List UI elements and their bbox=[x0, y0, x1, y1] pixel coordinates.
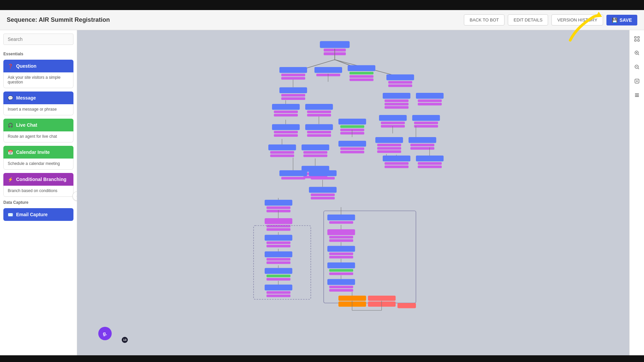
question-icon: ❓ bbox=[7, 63, 13, 69]
svg-rect-71 bbox=[377, 144, 401, 146]
svg-rect-1 bbox=[320, 41, 350, 48]
calendar-card[interactable]: 📅 Calendar Invite Schedule a calendar me… bbox=[3, 146, 73, 170]
svg-rect-107 bbox=[267, 275, 291, 277]
message-card[interactable]: 💬 Message Insert a message or phrase bbox=[3, 92, 73, 115]
list-view-icon[interactable] bbox=[632, 90, 642, 101]
svg-rect-119 bbox=[327, 229, 355, 235]
svg-rect-23 bbox=[386, 74, 414, 80]
header-buttons: BACK TO BOT EDIT DETAILS VERSION HISTORY… bbox=[464, 14, 637, 25]
svg-rect-104 bbox=[267, 261, 291, 264]
back-to-bot-button[interactable]: BACK TO BOT bbox=[464, 14, 504, 25]
svg-rect-36 bbox=[385, 106, 409, 109]
emailcapture-icon: ✉️ bbox=[7, 212, 13, 218]
conditional-card-title: Conditional Branching bbox=[16, 177, 66, 182]
emailcapture-card[interactable]: ✉️ Email Capture bbox=[3, 208, 73, 221]
svg-rect-35 bbox=[385, 103, 409, 106]
svg-rect-89 bbox=[311, 197, 335, 199]
save-button[interactable]: 💾 SAVE bbox=[606, 15, 637, 25]
bottom-bar bbox=[0, 355, 644, 362]
conditional-icon: ⚡ bbox=[7, 176, 13, 182]
svg-rect-66 bbox=[304, 155, 328, 157]
version-history-button[interactable]: VERSION HISTORY bbox=[551, 14, 603, 25]
svg-rect-11 bbox=[281, 77, 306, 80]
svg-rect-60 bbox=[268, 144, 296, 150]
calendar-card-title: Calendar Invite bbox=[16, 149, 50, 155]
question-card-desc: Ask your site visitors a simple question bbox=[8, 75, 60, 84]
svg-rect-156 bbox=[635, 40, 636, 41]
livechat-card-desc: Route an agent for live chat bbox=[8, 134, 57, 139]
right-toolbar bbox=[629, 30, 644, 362]
svg-rect-102 bbox=[265, 251, 292, 257]
svg-rect-69 bbox=[340, 151, 365, 154]
sidebar: Essentials ❓ Question Ask your site visi… bbox=[0, 30, 77, 362]
search-input[interactable] bbox=[3, 34, 73, 45]
svg-rect-26 bbox=[272, 104, 300, 110]
svg-rect-82 bbox=[281, 177, 306, 180]
livechat-card-title: Live Chat bbox=[16, 122, 37, 128]
livechat-card[interactable]: 🎧 Live Chat Route an agent for live chat bbox=[3, 119, 73, 142]
svg-rect-120 bbox=[329, 236, 354, 239]
svg-rect-128 bbox=[329, 269, 354, 272]
flow-canvas[interactable] bbox=[77, 30, 644, 362]
message-icon: 💬 bbox=[7, 95, 13, 101]
svg-rect-76 bbox=[411, 147, 435, 150]
svg-rect-25 bbox=[388, 84, 413, 87]
conditional-card[interactable]: ⚡ Conditional Branching Branch based on … bbox=[3, 173, 73, 197]
svg-rect-21 bbox=[350, 75, 374, 78]
svg-rect-85 bbox=[311, 177, 335, 180]
svg-rect-65 bbox=[304, 151, 328, 154]
svg-line-161 bbox=[638, 54, 639, 55]
svg-rect-81 bbox=[279, 170, 307, 176]
svg-rect-37 bbox=[416, 93, 444, 99]
svg-rect-157 bbox=[638, 40, 639, 41]
svg-rect-52 bbox=[381, 122, 405, 124]
svg-rect-154 bbox=[635, 37, 636, 38]
message-card-title: Message bbox=[16, 95, 36, 101]
emailcapture-card-title: Email Capture bbox=[16, 212, 48, 217]
svg-rect-48 bbox=[340, 125, 365, 128]
edit-details-button[interactable]: EDIT DETAILS bbox=[508, 14, 548, 25]
svg-rect-103 bbox=[267, 258, 291, 261]
question-card[interactable]: ❓ Question Ask your site visitors a simp… bbox=[3, 60, 73, 88]
svg-rect-131 bbox=[327, 279, 355, 285]
svg-rect-132 bbox=[329, 286, 354, 288]
svg-rect-146 bbox=[385, 166, 409, 168]
question-card-title: Question bbox=[16, 63, 37, 69]
svg-rect-121 bbox=[329, 239, 354, 242]
svg-rect-127 bbox=[327, 262, 355, 268]
svg-rect-41 bbox=[274, 131, 298, 133]
svg-rect-24 bbox=[388, 81, 413, 84]
svg-rect-72 bbox=[377, 147, 401, 150]
svg-rect-167 bbox=[635, 94, 639, 94]
calendar-card-desc: Schedule a calendar meeting bbox=[8, 161, 60, 166]
svg-rect-28 bbox=[274, 114, 298, 117]
fit-view-icon[interactable] bbox=[632, 76, 642, 86]
svg-rect-149 bbox=[418, 162, 442, 165]
svg-rect-117 bbox=[329, 221, 354, 224]
svg-rect-31 bbox=[307, 111, 331, 113]
svg-rect-110 bbox=[265, 285, 292, 291]
svg-rect-22 bbox=[350, 78, 374, 81]
zoom-out-icon[interactable] bbox=[632, 62, 642, 72]
svg-rect-100 bbox=[267, 245, 291, 247]
svg-rect-129 bbox=[329, 273, 354, 275]
fullscreen-icon[interactable] bbox=[632, 34, 642, 44]
svg-rect-34 bbox=[385, 100, 409, 102]
svg-line-164 bbox=[638, 68, 639, 69]
svg-rect-96 bbox=[267, 228, 291, 231]
svg-rect-87 bbox=[309, 187, 337, 193]
flow-diagram bbox=[77, 30, 644, 362]
avatar[interactable]: g. bbox=[98, 327, 112, 340]
svg-rect-14 bbox=[281, 94, 306, 97]
svg-rect-98 bbox=[265, 235, 292, 241]
svg-rect-148 bbox=[416, 156, 444, 162]
svg-rect-64 bbox=[302, 144, 329, 150]
top-bar bbox=[0, 0, 644, 10]
svg-rect-46 bbox=[307, 134, 331, 137]
livechat-icon: 🎧 bbox=[7, 122, 13, 128]
zoom-in-icon[interactable] bbox=[632, 48, 642, 58]
svg-rect-140 bbox=[397, 303, 416, 308]
svg-rect-16 bbox=[315, 67, 342, 73]
svg-rect-40 bbox=[272, 124, 300, 130]
svg-rect-19 bbox=[348, 65, 376, 71]
